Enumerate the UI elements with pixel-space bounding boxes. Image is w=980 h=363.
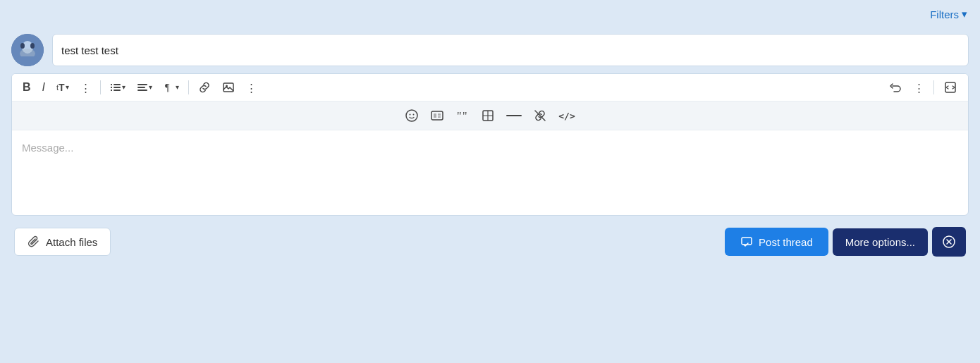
filters-button[interactable]: Filters ▾ <box>930 8 967 20</box>
right-buttons: Post thread More options... <box>725 227 966 257</box>
cancel-button[interactable] <box>932 227 966 257</box>
svg-text:": " <box>463 110 467 122</box>
svg-rect-8 <box>114 90 121 91</box>
svg-rect-14 <box>137 90 147 91</box>
filters-label: Filters <box>930 8 959 20</box>
more-options-label: More options... <box>845 236 915 248</box>
svg-rect-11 <box>111 90 112 91</box>
svg-rect-23 <box>434 113 436 118</box>
list-button[interactable]: ▾ <box>105 78 130 97</box>
paperclip-icon <box>27 235 40 248</box>
more-options-button[interactable]: More options... <box>833 228 928 256</box>
svg-rect-10 <box>111 87 112 88</box>
post-thread-button[interactable]: Post thread <box>725 228 828 256</box>
unlink-button[interactable] <box>528 105 552 126</box>
svg-rect-9 <box>111 84 112 85</box>
align-button[interactable]: ▾ <box>132 78 157 97</box>
bold-button[interactable]: B <box>18 78 36 97</box>
svg-rect-5 <box>15 56 40 66</box>
separator-1 <box>100 80 101 94</box>
text-size-button[interactable]: tT ▾ <box>51 79 74 96</box>
svg-rect-6 <box>114 84 121 85</box>
svg-rect-22 <box>431 111 443 120</box>
hr-button[interactable] <box>501 107 527 124</box>
cancel-icon <box>942 235 956 249</box>
attach-files-button[interactable]: Attach files <box>14 228 111 256</box>
svg-rect-33 <box>742 238 752 245</box>
svg-text:¶: ¶ <box>165 82 170 93</box>
more-right-button[interactable]: ⋮ <box>909 79 929 97</box>
avatar <box>11 34 44 66</box>
source-button[interactable] <box>938 77 962 98</box>
image-button[interactable] <box>217 78 240 97</box>
italic-button[interactable]: I <box>37 78 50 97</box>
filters-arrow-icon: ▾ <box>962 8 967 20</box>
top-bar: Filters ▾ <box>0 0 980 28</box>
table-button[interactable] <box>476 105 500 126</box>
main-content: B I tT ▾ ⋮ ▾ ▾ ¶ ▾ <box>0 28 980 363</box>
emoji-button[interactable] <box>400 105 424 126</box>
code-button[interactable]: </> <box>553 108 580 124</box>
post-icon <box>740 235 753 248</box>
svg-rect-13 <box>137 87 145 88</box>
more-inline-button[interactable]: ⋮ <box>75 79 96 97</box>
svg-point-19 <box>406 110 417 121</box>
title-input[interactable] <box>52 34 969 66</box>
svg-point-3 <box>30 43 35 49</box>
paragraph-button[interactable]: ¶ ▾ <box>159 78 184 97</box>
quote-button[interactable]: " " <box>451 105 474 126</box>
svg-point-21 <box>413 114 415 116</box>
more-toolbar-button[interactable]: ⋮ <box>241 79 262 97</box>
separator-2 <box>188 80 189 94</box>
svg-rect-12 <box>137 84 147 85</box>
svg-rect-24 <box>438 113 441 116</box>
svg-rect-25 <box>438 116 441 118</box>
attach-files-label: Attach files <box>46 236 97 248</box>
post-thread-label: Post thread <box>759 236 813 248</box>
message-placeholder: Message... <box>22 142 73 154</box>
message-area[interactable]: Message... <box>12 130 968 215</box>
bottom-bar: Attach files Post thread More options... <box>11 223 969 258</box>
undo-button[interactable] <box>885 78 907 97</box>
svg-point-2 <box>20 43 25 49</box>
editor-container: B I tT ▾ ⋮ ▾ ▾ ¶ ▾ <box>11 73 969 216</box>
svg-text:": " <box>457 110 462 122</box>
separator-3 <box>933 80 934 94</box>
toolbar-row1: B I tT ▾ ⋮ ▾ ▾ ¶ ▾ <box>12 74 968 101</box>
media-button[interactable] <box>425 105 449 126</box>
svg-point-20 <box>410 114 411 116</box>
compose-row <box>11 34 969 66</box>
toolbar-row2: " " <box>12 101 968 130</box>
link-button[interactable] <box>193 78 216 97</box>
svg-rect-7 <box>114 87 121 88</box>
